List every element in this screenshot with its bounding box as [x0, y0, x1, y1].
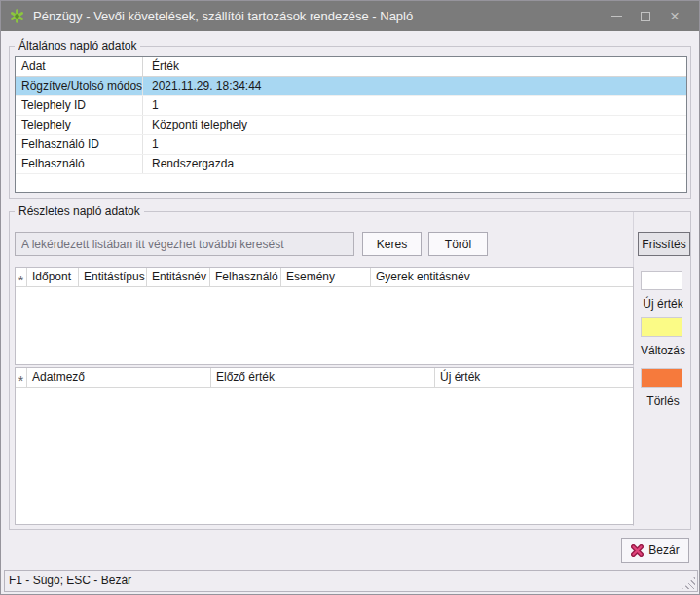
- column-header-gyerek-entitasnev[interactable]: Gyerek entitásnév: [371, 268, 633, 286]
- clear-button[interactable]: Töröl: [428, 232, 488, 256]
- column-header-adatmezo[interactable]: Adatmező: [27, 368, 211, 387]
- search-button[interactable]: Keres: [362, 232, 422, 256]
- column-header-felhasznalo[interactable]: Felhasználó: [210, 268, 281, 286]
- events-table-header: * Időpont Entitástípus Entitásnév Felhas…: [16, 268, 633, 287]
- general-table-header: Adat Érték: [16, 57, 686, 77]
- column-header-entitasnev[interactable]: Entitásnév: [147, 268, 210, 286]
- legend-swatch-change: [641, 317, 682, 337]
- table-row-telephely[interactable]: Telephely Központi telephely: [16, 116, 686, 135]
- events-table: * Időpont Entitástípus Entitásnév Felhas…: [15, 267, 634, 365]
- column-header-adat: Adat: [16, 57, 143, 76]
- cell-adat: Felhasználó ID: [16, 135, 143, 154]
- asterisk-icon: *: [16, 368, 27, 387]
- maximize-icon: [641, 12, 650, 21]
- cell-adat: Telephely ID: [16, 96, 143, 115]
- legend-swatch-new-value: [641, 271, 682, 290]
- status-bar: F1 - Súgó; ESC - Bezár: [4, 570, 698, 592]
- resize-grip[interactable]: [682, 576, 695, 589]
- bezar-button[interactable]: Bezár: [621, 538, 689, 563]
- app-icon: [10, 9, 24, 23]
- minimize-button[interactable]: [602, 5, 631, 28]
- legend-label-delete: Törlés: [632, 394, 694, 408]
- table-row-telephely-id[interactable]: Telephely ID 1: [16, 96, 686, 116]
- close-button[interactable]: ×: [660, 5, 689, 28]
- changes-table-header: * Adatmező Előző érték Új érték: [16, 368, 633, 388]
- general-table: Adat Érték Rögzítve/Utolsó módosítás 202…: [15, 56, 687, 193]
- asterisk-icon: *: [16, 268, 27, 286]
- search-input[interactable]: [15, 232, 354, 256]
- column-header-uj-ertek[interactable]: Új érték: [435, 368, 633, 387]
- refresh-button[interactable]: Frissítés: [638, 232, 690, 256]
- maximize-button[interactable]: [631, 5, 660, 28]
- column-header-elozo-ertek[interactable]: Előző érték: [211, 368, 435, 387]
- cell-ertek: Központi telephely: [143, 116, 686, 134]
- table-row-felhasznalo-id[interactable]: Felhasználó ID 1: [16, 135, 686, 155]
- cell-ertek: 1: [143, 96, 686, 115]
- legend-label-new-value: Új érték: [632, 297, 694, 311]
- status-bar-text: F1 - Súgó; ESC - Bezár: [9, 574, 131, 587]
- title-bar: Pénzügy - Vevői követelések, szállítói t…: [1, 1, 699, 31]
- detail-group-title: Részletes napló adatok: [15, 205, 144, 218]
- legend-label-change: Változás: [632, 344, 694, 357]
- dialog-window: Pénzügy - Vevői követelések, szállítói t…: [0, 0, 700, 595]
- red-x-icon: [631, 544, 644, 557]
- cell-adat: Telephely: [16, 116, 143, 134]
- cell-ertek: Rendszergazda: [143, 155, 686, 173]
- minimize-icon: [611, 16, 622, 17]
- general-group-title: Általános napló adatok: [15, 39, 140, 53]
- column-header-idopont[interactable]: Időpont: [27, 268, 79, 286]
- column-header-entitastipus[interactable]: Entitástípus: [79, 268, 147, 286]
- cell-ertek: 1: [143, 135, 686, 154]
- cell-ertek: 2021.11.29. 18:34:44: [143, 77, 686, 95]
- legend-swatch-delete: [641, 368, 682, 388]
- column-header-ertek: Érték: [143, 57, 686, 76]
- table-row-rogzitve[interactable]: Rögzítve/Utolsó módosítás 2021.11.29. 18…: [16, 77, 686, 96]
- changes-table: * Adatmező Előző érték Új érték: [15, 367, 634, 525]
- window-title: Pénzügy - Vevői követelések, szállítói t…: [33, 9, 602, 23]
- column-header-esemeny[interactable]: Esemény: [281, 268, 371, 286]
- window-controls: ×: [602, 5, 689, 28]
- cell-adat: Rögzítve/Utolsó módosítás: [16, 77, 143, 95]
- table-row-felhasznalo[interactable]: Felhasználó Rendszergazda: [16, 155, 686, 174]
- bezar-button-label: Bezár: [648, 543, 679, 557]
- cell-adat: Felhasználó: [16, 155, 143, 173]
